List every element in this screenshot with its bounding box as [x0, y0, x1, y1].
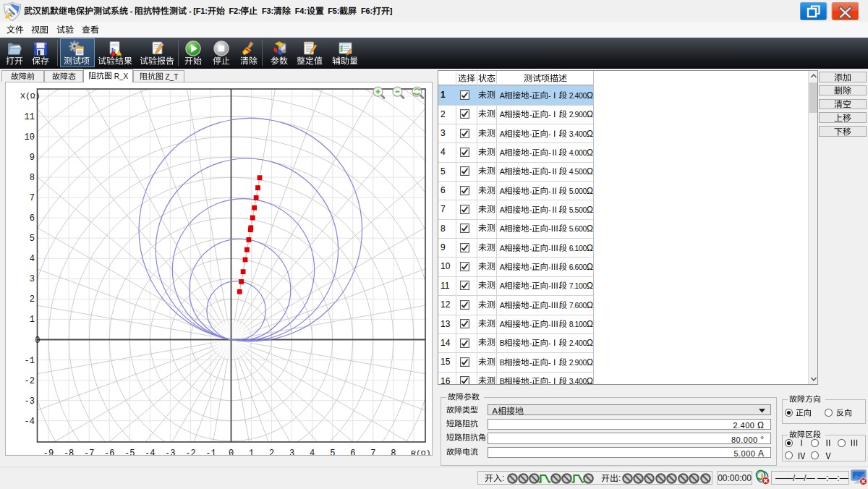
svg-text:8: 8 [30, 173, 35, 183]
svg-text:-7: -7 [84, 448, 94, 456]
svg-text:2: 2 [30, 294, 35, 305]
svg-text:1: 1 [30, 315, 35, 325]
svg-text:4: 4 [30, 254, 35, 264]
svg-text:-9: -9 [43, 448, 54, 456]
svg-text:3: 3 [30, 274, 35, 284]
svg-text:-2: -2 [185, 448, 195, 456]
svg-text:-4: -4 [25, 417, 35, 427]
svg-text:X(Ω): X(Ω) [20, 91, 41, 101]
svg-text:7: 7 [370, 448, 375, 456]
svg-text:-1: -1 [205, 448, 216, 456]
svg-text:3: 3 [289, 448, 294, 456]
svg-text:R(Ω): R(Ω) [411, 448, 431, 455]
svg-text:5: 5 [330, 448, 335, 456]
svg-text:1: 1 [249, 448, 254, 456]
svg-text:6: 6 [30, 213, 35, 224]
svg-text:10: 10 [25, 132, 35, 143]
svg-text:-6: -6 [104, 448, 114, 456]
svg-text:0: 0 [35, 336, 40, 346]
svg-text:-8: -8 [64, 448, 74, 456]
svg-text:11: 11 [25, 112, 35, 122]
svg-text:-3: -3 [25, 396, 35, 407]
svg-text:5: 5 [30, 234, 35, 244]
svg-text:9: 9 [30, 153, 35, 163]
svg-text:0: 0 [229, 448, 234, 456]
svg-text:-2: -2 [25, 376, 35, 386]
svg-text:-3: -3 [165, 448, 175, 456]
svg-text:-1: -1 [25, 356, 35, 366]
svg-text:4: 4 [310, 448, 315, 456]
svg-text:8: 8 [391, 448, 396, 456]
svg-text:2: 2 [269, 448, 274, 456]
svg-text:6: 6 [350, 448, 355, 456]
svg-text:7: 7 [30, 193, 35, 203]
svg-text:-4: -4 [145, 448, 155, 456]
svg-text:-5: -5 [124, 448, 135, 456]
